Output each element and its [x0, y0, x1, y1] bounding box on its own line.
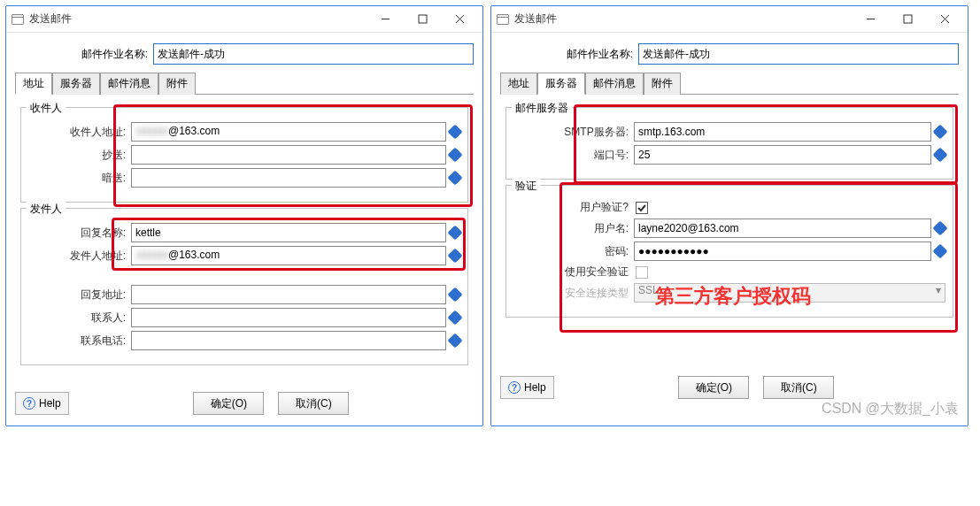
smtp-label: SMTP服务器: — [513, 125, 629, 140]
var-icon[interactable] — [448, 226, 463, 241]
sender-fieldset: 发件人 回复名称: 发件人地址: xxxxxx@163.com — [20, 208, 468, 365]
tab-server[interactable]: 服务器 — [537, 73, 585, 95]
reply-name-label: 回复名称: — [28, 226, 126, 241]
cancel-button[interactable]: 取消(C) — [278, 392, 349, 415]
sender-addr-label: 发件人地址: — [28, 249, 126, 264]
maximize-button[interactable] — [405, 7, 440, 32]
secure-auth-label: 使用安全验证 — [513, 264, 629, 280]
cc-label: 抄送: — [28, 148, 126, 163]
help-label: Help — [39, 397, 61, 410]
var-icon[interactable] — [448, 288, 463, 303]
secure-type-select: SSL ▾ — [634, 283, 945, 303]
phone-label: 联系电话: — [28, 334, 126, 349]
tab-message[interactable]: 邮件消息 — [100, 73, 158, 95]
tab-attachment[interactable]: 附件 — [644, 73, 681, 95]
minimize-button[interactable] — [853, 7, 888, 32]
svg-rect-1 — [419, 15, 427, 23]
contact-label: 联系人: — [28, 310, 126, 326]
minimize-button[interactable] — [367, 7, 403, 32]
window-title: 发送邮件 — [514, 12, 853, 27]
auth-fieldset: 验证 用户验证? 用户名: 密码: 使用安全验证 — [505, 185, 953, 318]
job-name-input[interactable] — [638, 43, 959, 65]
tab-message[interactable]: 邮件消息 — [585, 73, 644, 95]
var-icon[interactable] — [933, 221, 948, 236]
port-input[interactable] — [634, 145, 931, 165]
recipient-addr-input[interactable] — [131, 122, 446, 142]
mail-icon — [12, 14, 24, 25]
maximize-button[interactable] — [890, 7, 925, 32]
ok-button[interactable]: 确定(O) — [193, 392, 264, 415]
job-name-label: 邮件作业名称: — [15, 47, 148, 62]
help-button[interactable]: ? Help — [500, 376, 554, 399]
sender-addr-input[interactable] — [131, 246, 446, 265]
var-icon[interactable] — [448, 249, 463, 264]
help-button[interactable]: ? Help — [15, 392, 69, 415]
server-legend: 邮件服务器 — [512, 101, 572, 116]
password-label: 密码: — [513, 244, 629, 259]
user-auth-label: 用户验证? — [513, 200, 629, 215]
password-input[interactable] — [634, 242, 931, 261]
secure-type-label: 安全连接类型 — [513, 286, 629, 301]
titlebar: 发送邮件 — [491, 6, 968, 33]
ok-button[interactable]: 确定(O) — [678, 376, 749, 399]
reply-addr-input[interactable] — [131, 285, 446, 304]
tab-address[interactable]: 地址 — [15, 73, 52, 95]
job-name-label: 邮件作业名称: — [500, 47, 633, 62]
help-icon: ? — [508, 381, 521, 394]
sender-legend: 发件人 — [27, 202, 66, 217]
username-label: 用户名: — [513, 221, 629, 236]
tab-address[interactable]: 地址 — [500, 73, 537, 95]
tabs: 地址 服务器 邮件消息 附件 — [500, 72, 959, 95]
recipient-addr-label: 收件人地址: — [28, 125, 126, 140]
window-title: 发送邮件 — [29, 12, 367, 27]
help-label: Help — [524, 381, 546, 394]
reply-addr-label: 回复地址: — [28, 288, 126, 303]
reply-name-input[interactable] — [131, 223, 446, 242]
cancel-button[interactable]: 取消(C) — [763, 376, 834, 399]
send-mail-window-left: 发送邮件 邮件作业名称: 地址 服务器 邮件消息 附件 收件人 收件人地址: x… — [5, 5, 483, 426]
bcc-label: 暗送: — [28, 171, 126, 186]
user-auth-checkbox[interactable] — [636, 202, 648, 214]
phone-input[interactable] — [131, 331, 446, 350]
svg-rect-5 — [904, 15, 912, 23]
var-icon[interactable] — [448, 310, 463, 326]
var-icon[interactable] — [933, 125, 948, 140]
titlebar: 发送邮件 — [6, 6, 482, 33]
var-icon[interactable] — [933, 244, 948, 259]
send-mail-window-right: 发送邮件 邮件作业名称: 地址 服务器 邮件消息 附件 邮件服务器 SMTP服务… — [490, 5, 968, 426]
var-icon[interactable] — [933, 148, 948, 163]
close-button[interactable] — [927, 7, 962, 32]
job-name-input[interactable] — [153, 43, 474, 65]
recipients-legend: 收件人 — [27, 101, 66, 116]
server-fieldset: 邮件服务器 SMTP服务器: 端口号: — [505, 107, 953, 180]
close-button[interactable] — [442, 7, 477, 32]
recipients-fieldset: 收件人 收件人地址: xxxxxx@163.com 抄送: 暗送: — [20, 107, 468, 203]
mail-icon — [497, 14, 509, 25]
help-icon: ? — [23, 397, 35, 410]
username-input[interactable] — [634, 218, 931, 238]
tabs: 地址 服务器 邮件消息 附件 — [15, 72, 474, 95]
var-icon[interactable] — [448, 125, 463, 140]
bcc-input[interactable] — [131, 168, 446, 188]
tab-attachment[interactable]: 附件 — [158, 73, 196, 95]
var-icon[interactable] — [448, 148, 463, 163]
var-icon[interactable] — [448, 171, 463, 186]
port-label: 端口号: — [513, 148, 629, 163]
var-icon[interactable] — [448, 334, 463, 349]
job-name-row: 邮件作业名称: — [15, 43, 474, 65]
tab-server[interactable]: 服务器 — [52, 73, 100, 95]
auth-legend: 验证 — [512, 179, 540, 194]
secure-auth-checkbox[interactable] — [636, 266, 648, 279]
contact-input[interactable] — [131, 308, 446, 327]
job-name-row: 邮件作业名称: — [500, 43, 959, 65]
cc-input[interactable] — [131, 145, 446, 165]
smtp-input[interactable] — [634, 122, 931, 142]
